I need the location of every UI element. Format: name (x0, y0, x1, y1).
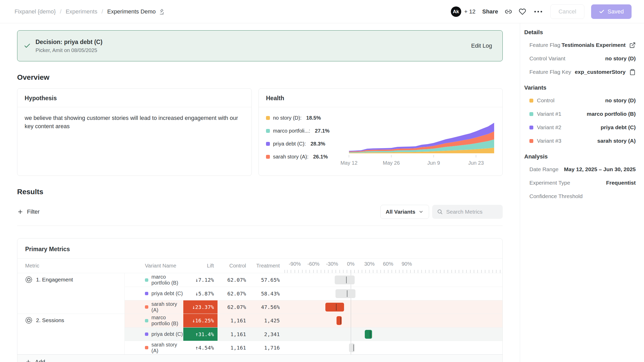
share-button[interactable]: Share (482, 8, 498, 15)
metric-icon (25, 317, 32, 324)
column-header-variant: Variant Name (125, 259, 183, 273)
legend-value: 18.5% (306, 115, 321, 121)
variant-swatch (529, 99, 533, 103)
legend-item[interactable]: priya debt (C): 28.3% (266, 141, 349, 147)
favorite-heart-icon[interactable] (519, 8, 526, 15)
variant-name: sarah story (A) (151, 342, 183, 354)
legend-swatch (266, 129, 270, 133)
treatment-value: 1,425 (264, 317, 280, 324)
breadcrumb-project[interactable]: Fixpanel {demo} (15, 8, 56, 15)
decision-check-icon (24, 42, 31, 49)
table-header: Metric Variant Name Lift Control Treatme… (17, 259, 502, 273)
lift-tick (346, 277, 347, 283)
variant-name: marco portfolio (B) (151, 315, 183, 327)
add-filter-button[interactable]: Filter (17, 208, 40, 215)
breadcrumb: Fixpanel {demo} / Experiments / Experime… (15, 8, 165, 15)
metric-label: 1. Engagement (36, 277, 73, 283)
avatar[interactable]: Ak (451, 6, 461, 17)
metric-name[interactable]: 1. Engagement (17, 273, 125, 314)
health-card: Health no story (D): 18.5% marco portfol… (258, 88, 503, 176)
svg-text:Jun 9: Jun 9 (427, 160, 440, 166)
variant-row: Variant #3 sarah story (A) (524, 134, 636, 148)
external-link-icon[interactable] (629, 42, 636, 48)
table-row[interactable]: priya debt (C) ↓5.87% 62.07% 58.43% (125, 287, 502, 300)
search-metrics-input[interactable] (446, 209, 498, 215)
collaborators-count[interactable]: + 12 (464, 8, 475, 15)
clipboard-icon[interactable] (629, 69, 636, 75)
variant-name: priya debt (C) (151, 291, 183, 296)
legend-value: 27.1% (315, 128, 330, 134)
confidence-interval-bar (349, 343, 355, 352)
top-bar: Fixpanel {demo} / Experiments / Experime… (0, 0, 644, 23)
axis-tick-label: 30% (364, 261, 375, 267)
legend-item[interactable]: marco portfoli...: 27.1% (266, 128, 349, 134)
table-row[interactable]: marco portfolio (B) ↓16.25% 1,161 1,425 (125, 314, 502, 327)
more-options-icon[interactable] (533, 9, 544, 14)
variant-value: priya debt (C) (601, 124, 636, 131)
control-value: 1,161 (230, 317, 246, 324)
legend-item[interactable]: no story (D): 18.5% (266, 115, 349, 121)
variant-value: sarah story (A) (597, 138, 636, 144)
variant-label: Variant #1 (537, 111, 561, 117)
legend-swatch (266, 116, 270, 120)
variant-swatch (145, 346, 148, 349)
copy-link-icon[interactable] (505, 8, 512, 15)
edit-log-button[interactable]: Edit Log (471, 42, 492, 49)
variants-section-title: Variants (524, 84, 636, 91)
control-value: 1,161 (230, 345, 246, 351)
column-header-lift: Lift (183, 259, 218, 273)
variant-name: marco portfolio (B) (151, 274, 183, 286)
detail-label: Feature Flag (529, 42, 560, 48)
variant-swatch (529, 139, 533, 143)
axis-tick-label: -90% (289, 261, 301, 267)
saved-button[interactable]: Saved (591, 4, 632, 19)
legend-item[interactable]: sarah story (A): 26.1% (266, 154, 349, 160)
lift-tick (336, 304, 337, 310)
cancel-button[interactable]: Cancel (550, 4, 584, 19)
analysis-row: Confidence Threshold (524, 190, 636, 203)
variant-swatch (145, 278, 148, 282)
analysis-label: Confidence Threshold (529, 193, 583, 199)
confidence-interval-bar (337, 316, 342, 325)
table-row[interactable]: sarah story (A) ↑4.54% 1,161 1,716 (125, 341, 502, 354)
legend-swatch (266, 155, 270, 159)
lift-value: ↑31.4% (195, 331, 214, 337)
metrics-table: Metric Variant Name Lift Control Treatme… (17, 259, 502, 354)
detail-row: Feature Flag Testimonials Experiment (524, 38, 636, 52)
legend-label: priya debt (C): (273, 141, 306, 147)
search-icon (437, 209, 443, 215)
axis-ruler (283, 270, 502, 273)
saved-button-label: Saved (608, 8, 624, 15)
control-variant-value: no story (D) (605, 55, 636, 62)
variants-dropdown[interactable]: All Variants (380, 205, 429, 219)
table-row[interactable]: marco portfolio (B) ↓7.12% 62.07% 57.65% (125, 273, 502, 287)
lift-axis: -90% -60% -30% 0% 30% 60% 90% (283, 259, 502, 273)
table-row[interactable]: sarah story (A) ↓23.37% 62.07% 47.56% (125, 300, 502, 314)
health-legend: no story (D): 18.5% marco portfoli...: 2… (266, 111, 349, 167)
breadcrumb-experiments[interactable]: Experiments (66, 8, 97, 15)
variant-label: Control (537, 97, 555, 104)
treatment-value: 57.65% (261, 277, 280, 283)
lift-tick (353, 344, 354, 351)
results-divider (17, 226, 503, 226)
variant-value: no story (D) (605, 97, 636, 104)
search-metrics-box (432, 205, 503, 219)
add-metric-button[interactable]: Add (17, 354, 502, 362)
lift-value: ↓7.12% (195, 277, 214, 283)
check-icon (599, 9, 605, 15)
table-row[interactable]: priya debt (C) ↑31.4% 1,161 2,341 (125, 327, 502, 341)
lift-value: ↓5.87% (195, 291, 214, 297)
overview-heading: Overview (17, 73, 503, 82)
detail-label: Feature Flag Key (529, 69, 571, 75)
page-title: Experiments Demo (107, 8, 156, 15)
confidence-interval-bar (335, 289, 355, 298)
treatment-value: 2,341 (264, 331, 280, 337)
plus-icon (25, 359, 31, 362)
variant-label: Variant #2 (537, 124, 561, 131)
analysis-row: Experiment Type Frequentist (524, 176, 636, 190)
metric-name[interactable]: 2. Sessions (17, 314, 125, 354)
lift-value: ↑4.54% (195, 345, 214, 351)
feature-flag-value[interactable]: Testimonials Experiment (562, 42, 626, 48)
add-label: Add (35, 359, 45, 362)
metric-group: 1. Engagement marco portfolio (B) ↓7.12%… (17, 273, 502, 314)
